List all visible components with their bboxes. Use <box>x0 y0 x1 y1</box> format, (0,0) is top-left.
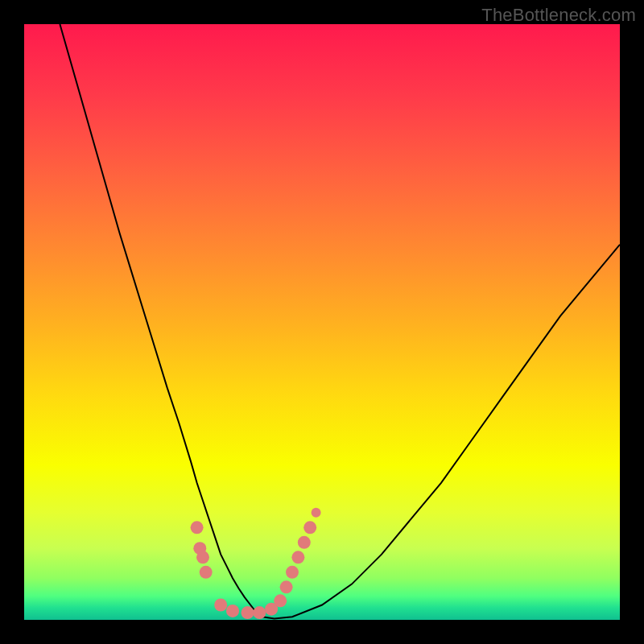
curve-marker <box>191 521 204 534</box>
curve-marker <box>200 566 213 579</box>
curve-marker <box>291 551 304 564</box>
curve-marker <box>298 536 311 549</box>
curve-marker <box>312 508 321 518</box>
chart-overlay <box>24 24 620 620</box>
curve-marker <box>280 580 293 593</box>
watermark-text: TheBottleneck.com <box>481 5 636 26</box>
curve-marker <box>253 606 266 619</box>
curve-marker <box>196 551 209 564</box>
curve-marker <box>214 599 227 612</box>
curve-marker <box>303 521 316 534</box>
curve-marker <box>274 594 287 607</box>
curve-marker <box>242 606 254 619</box>
curve-marker <box>226 605 239 617</box>
curve-marker <box>286 566 299 579</box>
chart-container: TheBottleneck.com <box>0 0 644 644</box>
bottleneck-curve <box>60 24 620 619</box>
